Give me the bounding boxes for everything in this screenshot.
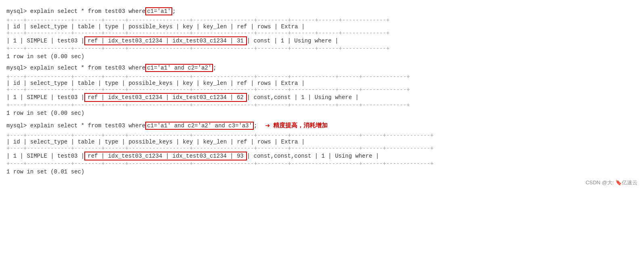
divider-bot-3: +----+-------------+--------+------+----…	[6, 160, 638, 167]
divider-mid-3: +----+-------------+--------+------+----…	[6, 145, 638, 152]
query-prefix-3: mysql> explain select * from test03 wher…	[6, 122, 145, 129]
highlighted-data-2: ref | idx_test03_c1234 | idx_test03_c123…	[84, 93, 247, 102]
query-suffix-2: ;	[213, 65, 216, 71]
right-arrow-icon: ➔	[265, 120, 270, 131]
divider-top-2: +----+-------------+--------+------+----…	[6, 74, 638, 80]
divider-bot-1: +----+-------------+--------+------+----…	[6, 45, 638, 52]
divider-mid-1: +----+-------------+--------+------+----…	[6, 30, 638, 36]
query-highlight-1: c1='a1'	[145, 7, 172, 15]
query-block-1: mysql> explain select * from test03 wher…	[6, 7, 638, 60]
query-prefix-2: mysql> explain select * from test03 wher…	[6, 65, 145, 71]
footer: CSDN @大: 🔖亿速云	[6, 179, 638, 186]
data-row-2: | 1 | SIMPLE | test03 | ref | idx_test03…	[6, 93, 638, 102]
query-block-3: mysql> explain select * from test03 wher…	[6, 120, 638, 175]
query-suffix-3: ;	[254, 122, 257, 129]
divider-mid-2: +----+-------------+--------+------+----…	[6, 87, 638, 93]
data-prefix-2: | 1 | SIMPLE | test03 |	[6, 94, 84, 101]
rowset-3: 1 row in set (0.01 sec)	[6, 169, 638, 175]
highlighted-data-3: ref | idx_test03_c1234 | idx_test03_c123…	[84, 152, 247, 160]
annotation-text: 精度提高，消耗增加	[273, 122, 328, 129]
highlighted-data-1: ref | idx_test03_c1234 | idx_test03_c123…	[84, 36, 247, 45]
data-suffix-3: | const,const,const | 1 | Using where |	[247, 153, 379, 159]
divider-top-3: +----+-------------+--------+------+----…	[6, 132, 638, 139]
data-suffix-1: | const | 1 | Using where |	[247, 38, 339, 44]
rowset-2: 1 row in set (0.00 sec)	[6, 110, 638, 116]
data-row-1: | 1 | SIMPLE | test03 | ref | idx_test03…	[6, 36, 638, 45]
query-line-1: mysql> explain select * from test03 wher…	[6, 7, 638, 15]
query-line-3: mysql> explain select * from test03 wher…	[6, 120, 638, 131]
header-row-1: | id | select_type | table | type | poss…	[6, 23, 638, 30]
query-highlight-3: c1='a1' and c2='a2' and c3='a3'	[145, 122, 253, 130]
brand-icon: 🔖	[615, 179, 622, 186]
rowset-1: 1 row in set (0.00 sec)	[6, 53, 638, 60]
query-suffix-1: ;	[172, 8, 176, 15]
header-row-2: | id | select_type | table | type | poss…	[6, 80, 638, 87]
query-block-2: mysql> explain select * from test03 wher…	[6, 64, 638, 116]
query-line-2: mysql> explain select * from test03 wher…	[6, 64, 638, 72]
header-row-3: | id | select_type | table | type | poss…	[6, 139, 638, 145]
data-prefix-3: | 1 | SIMPLE | test03 |	[6, 153, 84, 159]
data-row-3: | 1 | SIMPLE | test03 | ref | idx_test03…	[6, 152, 638, 160]
divider-top-1: +----+-------------+--------+------+----…	[6, 17, 638, 23]
annotation-container: ➔ 精度提高，消耗增加	[265, 120, 328, 131]
query-highlight-2: c1='a1' and c2='a2'	[145, 64, 213, 72]
query-prefix-1: mysql> explain select * from test03 wher…	[6, 8, 145, 15]
data-prefix-1: | 1 | SIMPLE | test03 |	[6, 38, 84, 44]
divider-bot-2: +----+-------------+--------+------+----…	[6, 102, 638, 108]
data-suffix-2: | const,const | 1 | Using where |	[247, 94, 359, 101]
